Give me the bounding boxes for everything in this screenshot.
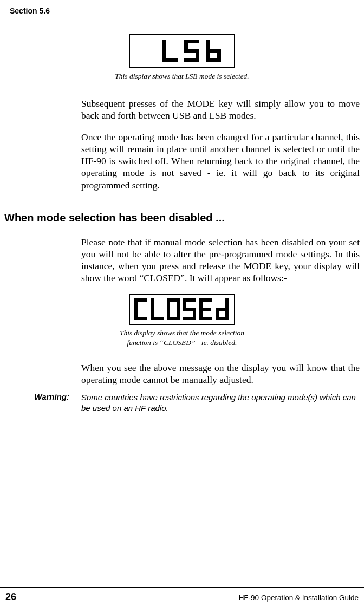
svg-rect-27 xyxy=(199,308,211,311)
lcd-display-lsb xyxy=(129,34,235,68)
svg-rect-6 xyxy=(184,58,199,62)
svg-rect-0 xyxy=(162,40,166,60)
page-number: 26 xyxy=(5,591,16,603)
svg-rect-28 xyxy=(199,317,212,320)
footer: 26 HF-90 Operation & Installation Guide xyxy=(0,587,364,606)
subheading: When mode selection has been disabled ..… xyxy=(0,212,364,224)
svg-rect-24 xyxy=(183,317,196,320)
warning-row: Warning: Some countries have restriction… xyxy=(0,392,364,413)
lcd-closed-icon xyxy=(133,297,231,321)
paragraph-block-1: Subsequent presses of the MODE key will … xyxy=(81,97,360,191)
paragraph-4: When you see the above message on the di… xyxy=(81,362,360,386)
warning-label: Warning: xyxy=(0,392,81,413)
svg-rect-15 xyxy=(151,317,164,320)
content-area: This display shows that LSB mode is sele… xyxy=(0,34,364,433)
paragraph-block-3: When you see the above message on the di… xyxy=(81,362,360,386)
warning-text: Some countries have restrictions regardi… xyxy=(81,392,360,413)
paragraph-1: Subsequent presses of the MODE key will … xyxy=(81,97,360,121)
paragraph-2: Once the operating mode has been changed… xyxy=(81,131,360,191)
guide-name: HF-90 Operation & Installation Guide xyxy=(239,594,359,602)
lcd-lsb-icon xyxy=(160,37,231,64)
section-label: Section 5.6 xyxy=(10,6,50,15)
page: Section 5.6 xyxy=(0,0,364,606)
svg-rect-10 xyxy=(206,58,221,62)
svg-rect-13 xyxy=(134,317,147,320)
lcd-display-closed xyxy=(129,294,235,325)
paragraph-3: Please note that if manual mode selectio… xyxy=(81,236,360,284)
paragraph-block-2: Please note that if manual mode selectio… xyxy=(81,236,360,284)
lcd-caption-1: This display shows that LSB mode is sele… xyxy=(0,71,364,81)
svg-rect-32 xyxy=(216,317,229,320)
lcd-caption-2a: This display shows that the mode selecti… xyxy=(0,328,364,338)
lcd-caption-2b: function is “CLOSED” - ie. disabled. xyxy=(0,338,364,348)
svg-rect-19 xyxy=(167,317,180,320)
divider-line xyxy=(81,433,249,433)
svg-rect-1 xyxy=(162,58,178,62)
